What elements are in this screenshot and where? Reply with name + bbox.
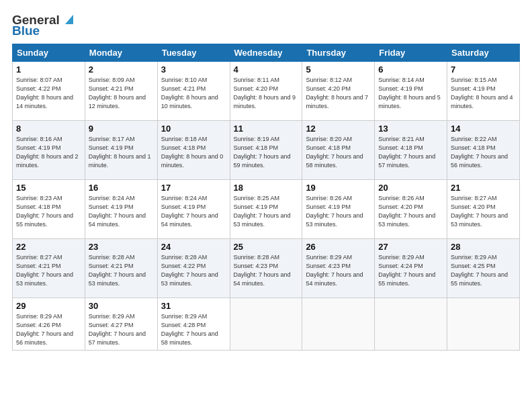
calendar-cell: 30 Sunrise: 8:29 AM Sunset: 4:27 PM Dayl… <box>85 298 157 351</box>
page: General Blue Sunday Monday Tuesday Wedne… <box>0 0 532 411</box>
day-number: 2 <box>89 64 154 75</box>
calendar-cell: 6 Sunrise: 8:14 AM Sunset: 4:19 PM Dayli… <box>375 62 447 121</box>
day-number: 29 <box>16 301 81 311</box>
sunset-label: Sunset: 4:19 PM <box>451 85 496 92</box>
sunrise-label: Sunrise: 8:10 AM <box>161 77 208 83</box>
sunrise-label: Sunrise: 8:24 AM <box>161 195 208 201</box>
day-info: Sunrise: 8:16 AM Sunset: 4:19 PM Dayligh… <box>16 135 81 170</box>
sunset-label: Sunset: 4:18 PM <box>16 203 61 210</box>
sunrise-label: Sunrise: 8:12 AM <box>306 77 352 83</box>
day-number: 8 <box>16 124 81 134</box>
day-number: 21 <box>451 183 516 193</box>
day-info: Sunrise: 8:17 AM Sunset: 4:19 PM Dayligh… <box>89 135 154 170</box>
sunset-label: Sunset: 4:20 PM <box>378 203 423 210</box>
day-number: 10 <box>161 124 226 134</box>
sunset-label: Sunset: 4:21 PM <box>16 263 61 269</box>
day-number: 27 <box>378 242 443 252</box>
sunset-label: Sunset: 4:26 PM <box>16 322 61 328</box>
calendar-cell: 25 Sunrise: 8:28 AM Sunset: 4:23 PM Dayl… <box>230 239 302 298</box>
sunrise-label: Sunrise: 8:28 AM <box>161 254 208 261</box>
sunset-label: Sunset: 4:23 PM <box>234 263 279 269</box>
day-number: 19 <box>306 183 371 193</box>
calendar-cell: 26 Sunrise: 8:29 AM Sunset: 4:23 PM Dayl… <box>302 239 375 298</box>
sunset-label: Sunset: 4:19 PM <box>89 203 134 210</box>
day-info: Sunrise: 8:26 AM Sunset: 4:19 PM Dayligh… <box>306 194 371 229</box>
sunset-label: Sunset: 4:20 PM <box>306 85 351 92</box>
day-info: Sunrise: 8:10 AM Sunset: 4:21 PM Dayligh… <box>161 76 226 111</box>
day-number: 4 <box>234 64 299 75</box>
col-tuesday: Tuesday <box>157 44 230 62</box>
day-info: Sunrise: 8:29 AM Sunset: 4:24 PM Dayligh… <box>378 253 443 288</box>
calendar-cell: 10 Sunrise: 8:18 AM Sunset: 4:18 PM Dayl… <box>157 121 230 180</box>
sunset-label: Sunset: 4:19 PM <box>89 144 134 151</box>
day-info: Sunrise: 8:29 AM Sunset: 4:28 PM Dayligh… <box>161 312 226 347</box>
day-info: Sunrise: 8:24 AM Sunset: 4:19 PM Dayligh… <box>89 194 154 229</box>
day-number: 16 <box>89 183 154 193</box>
day-number: 17 <box>161 183 226 193</box>
sunrise-label: Sunrise: 8:07 AM <box>16 77 62 83</box>
day-number: 6 <box>378 64 443 75</box>
sunrise-label: Sunrise: 8:11 AM <box>234 77 280 83</box>
daylight-label: Daylight: 7 hours and 56 minutes. <box>16 330 73 346</box>
day-info: Sunrise: 8:12 AM Sunset: 4:20 PM Dayligh… <box>306 76 371 111</box>
sunrise-label: Sunrise: 8:16 AM <box>16 136 62 142</box>
daylight-label: Daylight: 7 hours and 54 minutes. <box>89 212 146 228</box>
day-info: Sunrise: 8:28 AM Sunset: 4:22 PM Dayligh… <box>161 253 226 288</box>
calendar-cell: 27 Sunrise: 8:29 AM Sunset: 4:24 PM Dayl… <box>375 239 447 298</box>
sunrise-label: Sunrise: 8:26 AM <box>378 195 425 201</box>
day-info: Sunrise: 8:29 AM Sunset: 4:23 PM Dayligh… <box>306 253 371 288</box>
sunrise-label: Sunrise: 8:29 AM <box>16 313 62 320</box>
day-info: Sunrise: 8:29 AM Sunset: 4:26 PM Dayligh… <box>16 312 81 347</box>
sunrise-label: Sunrise: 8:26 AM <box>306 195 352 201</box>
day-info: Sunrise: 8:09 AM Sunset: 4:21 PM Dayligh… <box>89 76 154 111</box>
day-info: Sunrise: 8:27 AM Sunset: 4:20 PM Dayligh… <box>451 194 516 229</box>
calendar-cell: 8 Sunrise: 8:16 AM Sunset: 4:19 PM Dayli… <box>13 121 85 180</box>
day-info: Sunrise: 8:21 AM Sunset: 4:18 PM Dayligh… <box>378 135 443 170</box>
calendar-cell: 22 Sunrise: 8:27 AM Sunset: 4:21 PM Dayl… <box>13 239 85 298</box>
daylight-label: Daylight: 7 hours and 53 minutes. <box>234 212 291 228</box>
daylight-label: Daylight: 7 hours and 53 minutes. <box>451 212 508 228</box>
daylight-label: Daylight: 8 hours and 10 minutes. <box>161 94 218 109</box>
sunrise-label: Sunrise: 8:17 AM <box>89 136 135 142</box>
daylight-label: Daylight: 7 hours and 58 minutes. <box>161 330 218 346</box>
col-saturday: Saturday <box>447 44 520 62</box>
calendar-header-row: Sunday Monday Tuesday Wednesday Thursday… <box>13 44 520 62</box>
sunset-label: Sunset: 4:18 PM <box>234 144 279 151</box>
calendar-cell: 14 Sunrise: 8:22 AM Sunset: 4:18 PM Dayl… <box>447 121 520 180</box>
day-number: 9 <box>89 124 154 134</box>
daylight-label: Daylight: 8 hours and 5 minutes. <box>378 94 441 109</box>
calendar-cell: 3 Sunrise: 8:10 AM Sunset: 4:21 PM Dayli… <box>157 62 230 121</box>
daylight-label: Daylight: 7 hours and 53 minutes. <box>161 271 218 287</box>
day-info: Sunrise: 8:27 AM Sunset: 4:21 PM Dayligh… <box>16 253 81 288</box>
day-info: Sunrise: 8:18 AM Sunset: 4:18 PM Dayligh… <box>161 135 226 170</box>
daylight-label: Daylight: 7 hours and 59 minutes. <box>234 153 291 169</box>
day-info: Sunrise: 8:14 AM Sunset: 4:19 PM Dayligh… <box>378 76 443 111</box>
sunrise-label: Sunrise: 8:28 AM <box>89 254 135 261</box>
col-wednesday: Wednesday <box>230 44 302 62</box>
sunrise-label: Sunrise: 8:22 AM <box>451 136 497 142</box>
sunrise-label: Sunrise: 8:23 AM <box>16 195 62 201</box>
col-sunday: Sunday <box>13 44 85 62</box>
daylight-label: Daylight: 7 hours and 54 minutes. <box>161 212 218 228</box>
calendar-cell <box>375 298 447 351</box>
calendar-cell: 5 Sunrise: 8:12 AM Sunset: 4:20 PM Dayli… <box>302 62 375 121</box>
calendar-cell: 29 Sunrise: 8:29 AM Sunset: 4:26 PM Dayl… <box>13 298 85 351</box>
day-info: Sunrise: 8:15 AM Sunset: 4:19 PM Dayligh… <box>451 76 516 111</box>
calendar-cell: 20 Sunrise: 8:26 AM Sunset: 4:20 PM Dayl… <box>375 180 447 239</box>
sunset-label: Sunset: 4:24 PM <box>378 263 423 269</box>
calendar-cell: 23 Sunrise: 8:28 AM Sunset: 4:21 PM Dayl… <box>85 239 157 298</box>
sunset-label: Sunset: 4:18 PM <box>306 144 351 151</box>
day-info: Sunrise: 8:28 AM Sunset: 4:21 PM Dayligh… <box>89 253 154 288</box>
daylight-label: Daylight: 7 hours and 54 minutes. <box>234 271 291 287</box>
sunrise-label: Sunrise: 8:24 AM <box>89 195 135 201</box>
sunrise-label: Sunrise: 8:29 AM <box>378 254 425 261</box>
daylight-label: Daylight: 7 hours and 57 minutes. <box>378 153 435 169</box>
daylight-label: Daylight: 7 hours and 58 minutes. <box>306 153 363 169</box>
daylight-label: Daylight: 7 hours and 53 minutes. <box>89 271 146 287</box>
day-number: 3 <box>161 64 226 75</box>
daylight-label: Daylight: 7 hours and 55 minutes. <box>378 271 435 287</box>
calendar-cell: 7 Sunrise: 8:15 AM Sunset: 4:19 PM Dayli… <box>447 62 520 121</box>
day-number: 30 <box>89 301 154 311</box>
daylight-label: Daylight: 8 hours and 12 minutes. <box>89 94 146 109</box>
calendar-cell: 1 Sunrise: 8:07 AM Sunset: 4:22 PM Dayli… <box>13 62 85 121</box>
